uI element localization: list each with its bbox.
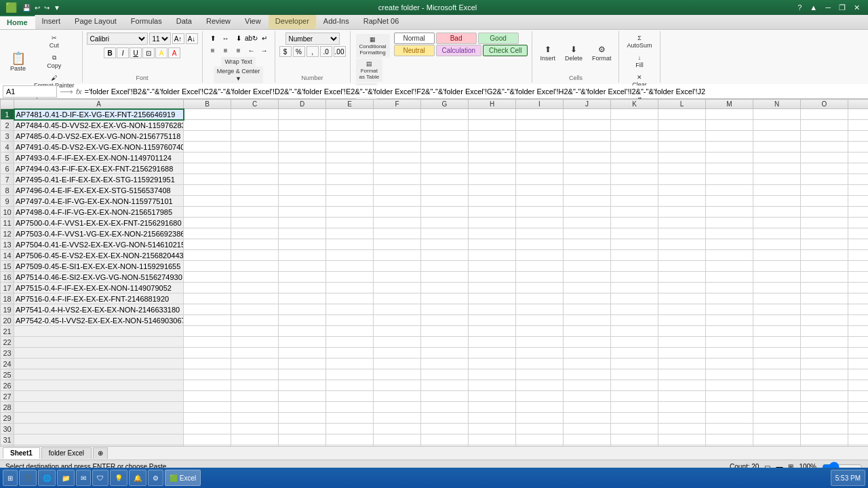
cell-B15[interactable] xyxy=(184,261,231,272)
cell-C27[interactable] xyxy=(231,391,279,402)
cell-K17[interactable] xyxy=(611,283,658,293)
cell-C15[interactable] xyxy=(231,261,279,272)
cell-J6[interactable] xyxy=(564,163,611,174)
cell-O19[interactable] xyxy=(801,304,848,315)
cell-D6[interactable] xyxy=(279,163,326,174)
cell-C32[interactable] xyxy=(231,445,279,447)
cell-G4[interactable] xyxy=(421,142,469,152)
cell-K5[interactable] xyxy=(611,152,658,163)
cell-I8[interactable] xyxy=(516,185,564,196)
cell-C9[interactable] xyxy=(231,196,279,207)
increase-indent-button[interactable]: → xyxy=(258,45,271,56)
cell-D10[interactable] xyxy=(279,207,326,218)
cell-O17[interactable] xyxy=(801,283,848,293)
cell-E3[interactable] xyxy=(326,131,374,142)
cell-M30[interactable] xyxy=(706,424,753,434)
cell-F3[interactable] xyxy=(374,131,421,142)
cell-F2[interactable] xyxy=(374,120,421,131)
cell-A24[interactable] xyxy=(14,359,184,369)
cell-N16[interactable] xyxy=(753,272,801,283)
cell-G29[interactable] xyxy=(421,413,469,424)
row-header-18[interactable]: 18 xyxy=(1,293,14,304)
cell-I23[interactable] xyxy=(516,348,564,359)
cell-M9[interactable] xyxy=(706,196,753,207)
cell-A7[interactable]: AP7495-0.41-E-IF-EX-EX-EX-STG-1159291951 xyxy=(14,174,184,185)
cell-H19[interactable] xyxy=(469,304,516,315)
cell-O26[interactable] xyxy=(801,380,848,391)
cell-E7[interactable] xyxy=(326,174,374,185)
col-header-L[interactable]: L xyxy=(658,100,706,109)
cell-B28[interactable] xyxy=(184,402,231,413)
cell-O20[interactable] xyxy=(801,315,848,326)
cell-E20[interactable] xyxy=(326,315,374,326)
cell-G22[interactable] xyxy=(421,337,469,348)
cell-F1[interactable] xyxy=(374,109,421,120)
cell-E29[interactable] xyxy=(326,413,374,424)
row-header-8[interactable]: 8 xyxy=(1,185,14,196)
cell-K1[interactable] xyxy=(611,109,658,120)
cell-E11[interactable] xyxy=(326,218,374,228)
cell-H23[interactable] xyxy=(469,348,516,359)
cell-D16[interactable] xyxy=(279,272,326,283)
row-header-20[interactable]: 20 xyxy=(1,315,14,326)
cell-A13[interactable]: AP7504-0.41-E-VVS2-EX-EX-VG-NON-51461021… xyxy=(14,239,184,250)
row-header-7[interactable]: 7 xyxy=(1,174,14,185)
cell-O3[interactable] xyxy=(801,131,848,142)
cell-J7[interactable] xyxy=(564,174,611,185)
cell-O8[interactable] xyxy=(801,185,848,196)
cell-H16[interactable] xyxy=(469,272,516,283)
cell-M14[interactable] xyxy=(706,250,753,261)
cell-A6[interactable]: AP7494-0.43-F-IF-EX-EX-EX-FNT-2156291688 xyxy=(14,163,184,174)
row-header-22[interactable]: 22 xyxy=(1,337,14,348)
cell-N13[interactable] xyxy=(753,239,801,250)
autosum-button[interactable]: Σ AutoSum xyxy=(623,33,655,51)
cell-L22[interactable] xyxy=(658,337,706,348)
cell-N12[interactable] xyxy=(753,228,801,239)
cell-B23[interactable] xyxy=(184,348,231,359)
row-header-1[interactable]: 1 xyxy=(1,109,14,120)
taskbar-browser[interactable]: 🌐 xyxy=(38,470,56,486)
cell-M21[interactable] xyxy=(706,326,753,337)
cell-P23[interactable] xyxy=(848,348,869,359)
cell-F19[interactable] xyxy=(374,304,421,315)
row-header-3[interactable]: 3 xyxy=(1,131,14,142)
cell-B24[interactable] xyxy=(184,359,231,369)
cell-M27[interactable] xyxy=(706,391,753,402)
cell-C12[interactable] xyxy=(231,228,279,239)
cell-I24[interactable] xyxy=(516,359,564,369)
cell-C17[interactable] xyxy=(231,283,279,293)
cell-E8[interactable] xyxy=(326,185,374,196)
cell-D28[interactable] xyxy=(279,402,326,413)
tab-add-ins[interactable]: Add-Ins xyxy=(317,15,357,29)
cell-B22[interactable] xyxy=(184,337,231,348)
cell-B29[interactable] xyxy=(184,413,231,424)
cell-P25[interactable] xyxy=(848,369,869,380)
cell-K31[interactable] xyxy=(611,434,658,445)
cell-D14[interactable] xyxy=(279,250,326,261)
cell-I2[interactable] xyxy=(516,120,564,131)
cell-K4[interactable] xyxy=(611,142,658,152)
cell-N2[interactable] xyxy=(753,120,801,131)
cell-B11[interactable] xyxy=(184,218,231,228)
cell-K19[interactable] xyxy=(611,304,658,315)
cell-H4[interactable] xyxy=(469,142,516,152)
percent-btn[interactable]: % xyxy=(293,46,305,57)
cell-L2[interactable] xyxy=(658,120,706,131)
decrease-indent-button[interactable]: ← xyxy=(245,45,258,56)
cell-F6[interactable] xyxy=(374,163,421,174)
cell-M15[interactable] xyxy=(706,261,753,272)
cell-K7[interactable] xyxy=(611,174,658,185)
row-header-6[interactable]: 6 xyxy=(1,163,14,174)
row-header-14[interactable]: 14 xyxy=(1,250,14,261)
cell-B8[interactable] xyxy=(184,185,231,196)
cell-I5[interactable] xyxy=(516,152,564,163)
cell-B19[interactable] xyxy=(184,304,231,315)
new-sheet-btn[interactable]: ⊕ xyxy=(93,447,108,459)
cell-N7[interactable] xyxy=(753,174,801,185)
cell-J25[interactable] xyxy=(564,369,611,380)
cell-O24[interactable] xyxy=(801,359,848,369)
cell-O18[interactable] xyxy=(801,293,848,304)
cell-K14[interactable] xyxy=(611,250,658,261)
cell-P26[interactable] xyxy=(848,380,869,391)
cell-L24[interactable] xyxy=(658,359,706,369)
